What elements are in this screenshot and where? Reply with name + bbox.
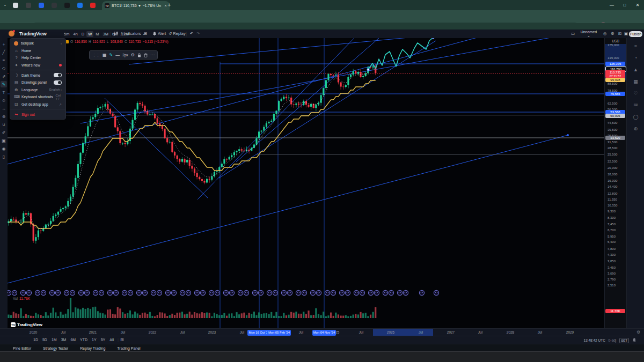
crosshair-tool[interactable]: ＋ [1,41,7,47]
drag-handle-icon[interactable]: ⋮⋮ [92,53,100,57]
timezone-gear-icon[interactable]: ⚙ [636,330,640,335]
zoom-in-tool[interactable]: ⊕ [1,113,7,120]
timeframe-button-w[interactable]: W [86,31,93,37]
panel-tab-pine-editor[interactable]: Pine Editor [13,346,31,350]
publish-button[interactable]: Publish [629,31,642,37]
drawings-panel-toggle[interactable] [54,80,62,85]
projection-tool[interactable]: ⇗ [1,73,7,79]
range-button-5y[interactable]: 5Y [99,338,108,342]
alert-log-bell-icon[interactable] [632,338,636,343]
panel-tab-strategy-tester[interactable]: Strategy Tester [43,346,68,350]
tab-search-chevron-icon[interactable]: ⌄ [3,2,7,7]
drawing-mode-tool[interactable]: ✐ [1,129,7,136]
menu-item-home[interactable]: ⌂Home [10,47,65,55]
news-icon[interactable]: ✉ [632,101,639,108]
color-swatch-icon[interactable]: ▦ [103,53,107,57]
replay-button[interactable]: ↺ Replay [169,31,186,36]
price-chart[interactable] [8,38,604,328]
drawing-handle[interactable] [367,69,369,71]
chart-area[interactable]: O116,850 H116,925 L108,840 C110,735 −6,1… [8,38,604,328]
quick-search-icon[interactable]: ◎ [603,31,607,36]
range-button-3m[interactable]: 3M [59,338,69,342]
brush-tool[interactable]: ✎ [1,81,7,87]
price-badge[interactable]: 11.76K [605,309,625,313]
pinned-tab-favicon[interactable] [26,3,31,8]
menu-item-keyboard-shortcuts[interactable]: ⌨ Keyboard shortcuts Ctrl + / [10,93,65,101]
timeframe-button-m[interactable]: M [94,31,100,37]
menu-item-drawings-panel[interactable]: ▤ Drawings panel [10,79,65,86]
alerts-icon[interactable]: ◔ [632,54,639,61]
timeframe-dropdown-icon[interactable]: ⌄ [105,32,108,36]
range-button-6m[interactable]: 6M [68,338,78,342]
user-menu-profile[interactable]: benpaik › [10,40,65,47]
timeframe-button-4h[interactable]: 4h [71,31,79,37]
indicators-button[interactable]: ƒ Indicators ⌄ [120,31,145,36]
ideas-icon[interactable]: ♡ [632,90,639,97]
window-minimize-button[interactable]: — [605,0,618,10]
magnet-tool[interactable]: ∪ [1,121,7,128]
browser-tab-active[interactable]: TV BTC1! 110,735 ▼ −1.78% Un × [102,1,170,10]
redo-icon[interactable]: ↷ [196,31,200,36]
dark-theme-toggle[interactable] [54,73,62,77]
range-button-1d[interactable]: 1D [31,338,40,342]
fib-retracement-tool[interactable]: ≡ [1,57,7,63]
watchlist-icon[interactable]: ≡ [632,42,639,49]
menu-item-sign-out[interactable]: ↪ Sign out [10,110,65,118]
timeframe-button-d[interactable]: D [80,31,86,37]
settings-gear-icon[interactable]: ⚙ [611,31,614,36]
range-button-1m[interactable]: 1M [49,338,59,342]
pinned-tab-favicon[interactable] [64,3,70,8]
pinned-tab-favicon[interactable] [77,3,83,8]
snapshot-camera-icon[interactable]: ▣ [624,31,628,36]
price-badge[interactable]: 76,555 [605,92,625,96]
measure-tool[interactable]: ↔ [1,105,7,112]
trend-line-tool[interactable]: ╱ [1,49,7,55]
range-button-5d[interactable]: 5D [40,338,49,342]
ohlc-legend[interactable]: O116,850 H116,925 L108,840 C110,735 −6,1… [65,39,169,44]
pinned-tab-favicon[interactable] [52,3,57,8]
more-options-icon[interactable]: ⋯ [150,53,155,57]
panel-tab-trading-panel[interactable]: Trading Panel [117,346,140,350]
range-button-all[interactable]: All [107,338,116,342]
more-panel-icon[interactable]: ⊕ [632,125,639,132]
menu-item-what-s-new[interactable]: ✦What's new [10,62,65,69]
adjust-toggle[interactable]: b-adj [609,338,616,342]
date-badge[interactable]: Mon 04 Nov '24 [312,330,336,336]
go-to-date-icon[interactable]: ⊞ [120,337,124,342]
drawing-handle[interactable] [432,38,434,39]
price-badge[interactable]: 125,375 [605,62,625,66]
calendar-icon[interactable]: ▦ [632,78,639,85]
chart-type-candles-icon[interactable] [113,31,119,36]
layout-grid-icon[interactable]: ⊞ [144,31,147,36]
menu-item-dark-theme[interactable]: ☽ Dark theme [10,71,65,79]
window-close-button[interactable]: ✕ [631,0,644,10]
lock-icon[interactable] [137,53,141,57]
drawing-settings-gear-icon[interactable]: ⚙ [131,53,135,57]
undo-icon[interactable]: ↶ [190,31,193,36]
range-button-ytd[interactable]: YTD [78,338,90,342]
lock-drawings-tool[interactable]: ▣ [1,137,7,144]
menu-item-language[interactable]: ⊕ Language English › [10,86,65,94]
range-button-1y[interactable]: 1Y [90,338,99,342]
pattern-tool[interactable]: ◇ [1,65,7,71]
remove-drawings-tool[interactable]: ▯ [1,153,7,160]
hotlists-icon[interactable]: ▲ [632,66,639,73]
alert-button[interactable]: Alert [152,31,166,36]
date-badge[interactable]: Mon 05 Feb '24 [267,330,291,336]
settlement-toggle[interactable]: SET [619,338,629,343]
utc-clock[interactable]: 13:48:42 UTC [583,338,605,342]
hide-drawings-tool[interactable]: ◉ [1,145,7,152]
new-tab-button[interactable]: + [167,2,171,8]
price-badge[interactable]: 99,938 [605,78,625,82]
timeframe-button-5m[interactable]: 5m [62,31,71,37]
menu-item-get-desktop-app[interactable]: ⊡ Get desktop app ↗ [10,101,65,108]
save-layout-panel-icon[interactable]: ▭ [571,31,575,36]
tradingview-logo[interactable]: TradingView [19,31,47,36]
drawing-floating-toolbar[interactable]: ⋮⋮ ▦ ✎ — 2px ⚙ ⋯ [89,50,158,60]
line-width-icon[interactable]: — [115,53,120,57]
emoji-tool[interactable]: ☺ [1,97,7,104]
price-axis[interactable]: USD 175,000139,00088,50078,50073,50062,5… [604,38,626,328]
fullscreen-icon[interactable]: ⊡ [618,31,621,36]
trash-icon[interactable] [144,53,148,57]
time-axis[interactable]: 2020Jul2021Jul2022Jul2023JulJul2025Jul20… [0,328,644,336]
